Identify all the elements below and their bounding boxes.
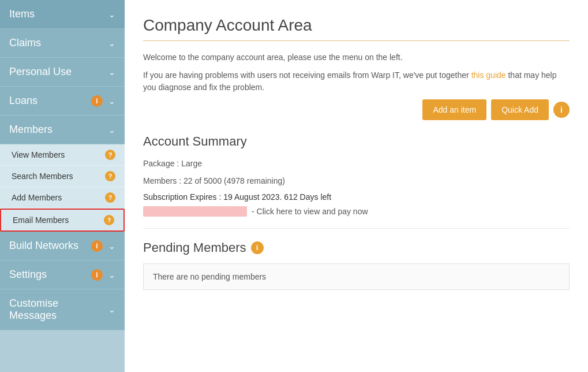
sidebar-sub-item-add-members[interactable]: Add Members ? (0, 187, 125, 209)
chevron-icon: ⌄ (108, 241, 115, 251)
intro-line2: If you are having problems with users no… (143, 69, 570, 94)
chevron-icon: ⌄ (108, 68, 115, 77)
search-members-label: Search Members (12, 172, 73, 181)
no-pending-text: There are no pending members (153, 272, 266, 281)
help-icon: ? (105, 192, 115, 203)
pending-info-badge: i (251, 241, 264, 254)
chevron-icon: ⌄ (108, 39, 115, 48)
sidebar-item-personal-use[interactable]: Personal Use ⌄ (0, 58, 125, 87)
chevron-icon: ⌄ (108, 305, 115, 314)
info-badge: i (91, 240, 103, 252)
sidebar-sub-item-search-members[interactable]: Search Members ? (0, 166, 125, 187)
subscription-bar-row: - Click here to view and pay now (143, 206, 570, 217)
this-guide-link[interactable]: this guide (471, 70, 506, 80)
members-label: Members : 22 of 5000 (4978 remaining) (143, 174, 570, 187)
account-info: Package : Large Members : 22 of 5000 (49… (143, 157, 570, 217)
sidebar-item-loans-label: Loans (9, 95, 91, 107)
email-members-label: Email Members (13, 215, 69, 225)
sidebar-item-items-label: Items (9, 8, 105, 20)
page-title: Company Account Area (143, 16, 570, 35)
sidebar-item-customise-messages-label: Customise Messages (9, 297, 105, 322)
pending-box: There are no pending members (143, 263, 570, 290)
sidebar-item-personal-use-label: Personal Use (9, 66, 105, 78)
help-icon: ? (105, 171, 115, 181)
intro-line2-start: If you are having problems with users no… (143, 70, 471, 80)
sidebar-item-customise-messages[interactable]: Customise Messages ⌄ (0, 289, 125, 330)
subscription-row: Subscription Expires : 19 August 2023. 6… (143, 192, 570, 202)
help-icon: ? (104, 215, 114, 225)
sidebar-sub-item-view-members[interactable]: View Members ? (0, 144, 125, 166)
view-members-label: View Members (12, 150, 65, 159)
chevron-icon: ⌄ (108, 270, 115, 280)
account-summary-title: Account Summary (143, 134, 570, 149)
divider2 (143, 228, 570, 229)
quick-add-button[interactable]: Quick Add (491, 99, 549, 120)
sidebar: Items ⌄ Claims ⌄ Personal Use ⌄ Loans i … (0, 0, 125, 372)
chevron-icon: ⌄ (108, 10, 115, 19)
package-label: Package : Large (143, 157, 570, 170)
sidebar-item-members-label: Members (9, 124, 105, 136)
main-content: Company Account Area Welcome to the comp… (125, 0, 588, 372)
chevron-icon: ⌄ (108, 125, 115, 135)
info-badge: i (91, 269, 103, 281)
sidebar-item-claims-label: Claims (9, 37, 105, 49)
pending-members-title: Pending Members i (143, 240, 570, 255)
click-here-text[interactable]: - Click here to view and pay now (252, 207, 368, 216)
sidebar-item-settings[interactable]: Settings i ⌄ (0, 261, 125, 289)
pending-title-text: Pending Members (143, 240, 246, 255)
subscription-bar (143, 206, 247, 217)
intro-line1: Welcome to the company account area, ple… (143, 51, 570, 64)
help-icon: ? (105, 150, 115, 160)
add-item-button[interactable]: Add an item (422, 99, 486, 120)
quick-add-info-button[interactable]: i (553, 102, 570, 118)
sidebar-item-loans[interactable]: Loans i ⌄ (0, 87, 125, 116)
info-badge: i (91, 95, 103, 107)
sidebar-sub-item-email-members[interactable]: Email Members ? (0, 209, 125, 232)
action-buttons: Add an item Quick Add i (143, 99, 570, 120)
subscription-label: Subscription Expires : 19 August 2023. 6… (143, 192, 331, 202)
sidebar-item-members[interactable]: Members ⌄ (0, 116, 125, 144)
sidebar-item-build-networks[interactable]: Build Networks i ⌄ (0, 232, 125, 261)
sidebar-item-build-networks-label: Build Networks (9, 240, 91, 252)
sidebar-item-claims[interactable]: Claims ⌄ (0, 29, 125, 58)
chevron-icon: ⌄ (108, 96, 115, 106)
sidebar-item-settings-label: Settings (9, 269, 91, 281)
sidebar-item-items[interactable]: Items ⌄ (0, 0, 125, 29)
divider (143, 40, 570, 41)
add-members-label: Add Members (12, 193, 62, 202)
